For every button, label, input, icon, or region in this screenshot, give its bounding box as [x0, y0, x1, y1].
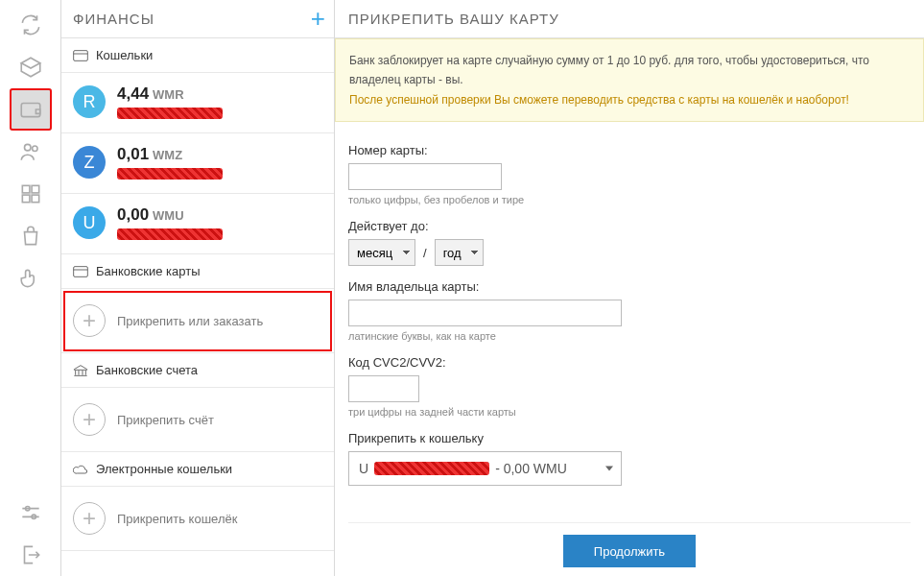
wallet-amount: 4,44: [117, 84, 149, 103]
sidebar-header: ФИНАНСЫ +: [61, 0, 334, 38]
bag-icon: [18, 224, 43, 249]
expires-label: Действует до:: [348, 219, 911, 233]
attach-or-order-card[interactable]: + Прикрепить или заказать: [61, 289, 334, 353]
attach-ewallet-label: Прикрепить кошелёк: [117, 512, 237, 526]
nav-rail: [0, 0, 61, 576]
section-wallets[interactable]: Кошельки: [61, 38, 334, 73]
section-ewallets[interactable]: Электронные кошельки: [61, 452, 334, 487]
expiry-year-select[interactable]: год: [435, 239, 484, 266]
wallet-amount: 0,01: [117, 145, 149, 163]
holder-hint: латинские буквы, как на карте: [348, 330, 911, 342]
svg-rect-10: [74, 266, 88, 276]
svg-rect-5: [22, 195, 30, 203]
wallet-wmu[interactable]: U 0,00WMU: [61, 194, 334, 254]
notice-line-1: Банк заблокирует на карте случайную сумм…: [349, 51, 910, 90]
svg-rect-3: [22, 185, 30, 193]
nav-wallet[interactable]: [10, 88, 52, 131]
section-accounts-label: Банковские счета: [96, 363, 198, 377]
cvc-input[interactable]: [348, 375, 419, 402]
wallet-number-redacted: [117, 228, 223, 240]
card-number-input[interactable]: [348, 163, 502, 190]
logout-icon: [18, 542, 43, 567]
attach-wallet-label: Прикрепить к кошельку: [348, 431, 911, 445]
attach-suffix: - 0,00 WMU: [495, 461, 567, 476]
svg-rect-6: [32, 195, 39, 203]
svg-point-1: [24, 144, 31, 151]
wallet-wmr[interactable]: R 4,44WMR: [61, 73, 334, 133]
svg-rect-4: [32, 185, 39, 193]
plus-icon: +: [73, 403, 106, 436]
attach-wallet-redacted: [374, 462, 489, 475]
people-icon: [18, 139, 43, 164]
purse-badge-r: R: [73, 85, 106, 118]
nav-refresh[interactable]: [10, 4, 52, 46]
card-icon: [73, 49, 88, 62]
nav-hand[interactable]: [10, 257, 52, 300]
wallet-number-redacted: [117, 168, 223, 180]
svg-point-2: [32, 146, 36, 151]
svg-rect-9: [74, 50, 88, 60]
grid-icon: [18, 181, 43, 206]
notice-line-2: После успешной проверки Вы сможете перев…: [349, 90, 910, 109]
nav-apps[interactable]: [10, 173, 52, 215]
wallet-amount: 0,00: [117, 205, 149, 224]
nav-contacts[interactable]: [10, 131, 52, 173]
plus-icon: +: [73, 304, 106, 337]
nav-shop[interactable]: [10, 215, 52, 257]
plus-icon: +: [73, 502, 106, 535]
purse-badge-z: Z: [73, 146, 106, 179]
wallet-number-redacted: [117, 108, 223, 119]
purse-badge-u: U: [73, 206, 106, 239]
section-cards[interactable]: Банковские карты: [61, 254, 334, 289]
card-number-hint: только цифры, без пробелов и тире: [348, 194, 911, 205]
continue-button[interactable]: Продолжить: [563, 535, 696, 567]
wallet-wmz[interactable]: Z 0,01WMZ: [61, 133, 334, 194]
holder-label: Имя владельца карты:: [348, 279, 911, 294]
sidebar-title: ФИНАНСЫ: [73, 11, 154, 27]
cvc-label: Код CVC2/CVV2:: [348, 355, 911, 370]
attach-prefix: U: [359, 461, 368, 476]
expiry-separator: /: [423, 246, 427, 260]
section-wallets-label: Кошельки: [96, 48, 153, 62]
hand-icon: [18, 266, 43, 291]
refresh-icon: [18, 12, 43, 37]
info-notice: Банк заблокирует на карте случайную сумм…: [335, 38, 924, 122]
cloud-icon: [73, 463, 88, 476]
finance-sidebar: ФИНАНСЫ + Кошельки R 4,44WMR Z 0,01WMZ U…: [61, 0, 335, 576]
nav-logout[interactable]: [10, 534, 52, 576]
add-header-button[interactable]: +: [311, 4, 326, 34]
cardholder-name-input[interactable]: [348, 300, 622, 326]
attach-wallet-select[interactable]: U - 0,00 WMU: [348, 451, 622, 486]
main-panel: ПРИКРЕПИТЬ ВАШУ КАРТУ Банк заблокирует н…: [335, 0, 924, 576]
card-icon: [73, 265, 88, 278]
section-cards-label: Банковские карты: [96, 264, 201, 278]
bank-icon: [73, 364, 88, 377]
attach-ewallet[interactable]: + Прикрепить кошелёк: [61, 487, 334, 551]
section-ewallets-label: Электронные кошельки: [96, 462, 232, 476]
page-title: ПРИКРЕПИТЬ ВАШУ КАРТУ: [335, 0, 924, 38]
wallet-currency: WMZ: [153, 148, 182, 162]
attach-account[interactable]: + Прикрепить счёт: [61, 388, 334, 452]
expiry-month-select[interactable]: месяц: [348, 239, 415, 266]
section-accounts[interactable]: Банковские счета: [61, 353, 334, 388]
wallet-currency: WMU: [153, 208, 184, 223]
nav-settings[interactable]: [10, 492, 52, 534]
card-number-label: Номер карты:: [348, 143, 911, 157]
attach-or-order-label: Прикрепить или заказать: [117, 314, 263, 328]
nav-box[interactable]: [10, 46, 52, 88]
attach-account-label: Прикрепить счёт: [117, 413, 214, 427]
sliders-icon: [18, 500, 43, 525]
box-icon: [18, 55, 43, 80]
wallet-currency: WMR: [153, 87, 184, 102]
cvc-hint: три цифры на задней части карты: [348, 406, 911, 418]
wallet-icon: [18, 97, 43, 122]
